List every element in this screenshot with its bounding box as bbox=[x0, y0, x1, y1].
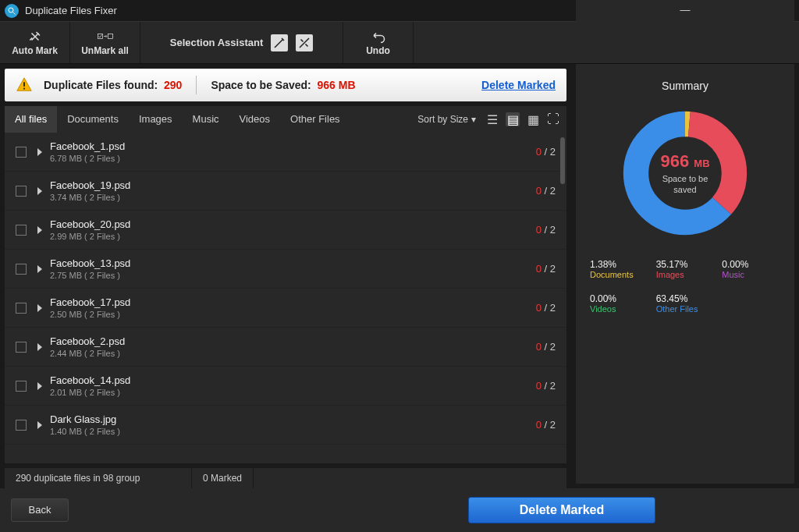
tab-all-files[interactable]: All files bbox=[5, 106, 57, 133]
file-name: Facebook_1.psd bbox=[50, 140, 536, 152]
legend-label: Music bbox=[722, 270, 780, 279]
file-row[interactable]: Facebook_19.psd3.74 MB ( 2 Files )0 / 2 bbox=[5, 172, 566, 211]
fullscreen-icon[interactable]: ⛶ bbox=[546, 112, 560, 126]
row-checkbox[interactable] bbox=[16, 186, 27, 197]
space-label: Space to be Saved: bbox=[211, 79, 311, 91]
file-row[interactable]: Facebook_14.psd2.01 MB ( 2 Files )0 / 2 bbox=[5, 367, 566, 406]
space-value: 966 MB bbox=[318, 79, 356, 91]
svg-rect-3 bbox=[108, 34, 112, 38]
expand-caret-icon[interactable] bbox=[37, 187, 42, 195]
file-name: Facebook_19.psd bbox=[50, 179, 536, 191]
expand-caret-icon[interactable] bbox=[37, 343, 42, 351]
file-count: 0 / 2 bbox=[536, 380, 556, 392]
found-count: 290 bbox=[164, 79, 182, 91]
legend-pct: 63.45% bbox=[656, 293, 715, 304]
legend-label: Other Files bbox=[656, 304, 715, 314]
found-label: Duplicate Files found: bbox=[44, 79, 158, 91]
back-button[interactable]: Back bbox=[11, 498, 69, 522]
file-row[interactable]: Facebook_1.psd6.78 MB ( 2 Files )0 / 2 bbox=[5, 133, 566, 172]
file-name: Facebook_13.psd bbox=[50, 257, 536, 269]
expand-caret-icon[interactable] bbox=[37, 421, 42, 429]
legend-pct: 0.00% bbox=[590, 293, 648, 304]
file-list[interactable]: Facebook_1.psd6.78 MB ( 2 Files )0 / 2Fa… bbox=[5, 133, 566, 463]
tab-music[interactable]: Music bbox=[183, 106, 229, 133]
view-details-icon[interactable]: ▤ bbox=[506, 112, 520, 126]
summary-title: Summary bbox=[590, 80, 780, 92]
expand-caret-icon[interactable] bbox=[37, 382, 42, 390]
unmark-all-button[interactable]: UnMark all bbox=[70, 22, 140, 63]
summary-legend: 1.38%Documents35.17%Images0.00%Music0.00… bbox=[590, 259, 780, 314]
file-meta: 2.75 MB ( 2 Files ) bbox=[50, 271, 536, 280]
bottom-bar: Back Delete Marked bbox=[0, 488, 799, 532]
file-meta: 2.44 MB ( 2 Files ) bbox=[50, 349, 536, 358]
expand-caret-icon[interactable] bbox=[37, 226, 42, 234]
legend-label: Documents bbox=[590, 270, 648, 279]
file-count: 0 / 2 bbox=[536, 146, 556, 158]
file-name: Facebook_20.psd bbox=[50, 218, 536, 230]
toolbar: Auto Mark UnMark all Selection Assistant… bbox=[0, 22, 799, 64]
file-row[interactable]: Facebook_13.psd2.75 MB ( 2 Files )0 / 2 bbox=[5, 250, 566, 289]
expand-caret-icon[interactable] bbox=[37, 304, 42, 312]
status-groups: 290 duplicate files in 98 group bbox=[5, 468, 192, 488]
tab-other-files[interactable]: Other Files bbox=[280, 106, 350, 133]
status-bar: 290 duplicate files in 98 group 0 Marked bbox=[5, 468, 566, 488]
file-count: 0 / 2 bbox=[536, 185, 556, 197]
file-meta: 1.40 MB ( 2 Files ) bbox=[50, 427, 536, 436]
filter-tabs: All filesDocumentsImagesMusicVideosOther… bbox=[5, 106, 566, 133]
file-row[interactable]: Facebook_20.psd2.99 MB ( 2 Files )0 / 2 bbox=[5, 211, 566, 250]
view-grid-icon[interactable]: ▦ bbox=[526, 112, 540, 126]
summary-donut-chart: 966 MB Space to besaved bbox=[615, 103, 755, 243]
donut-center-value: 966 MB bbox=[660, 151, 709, 172]
file-meta: 2.01 MB ( 2 Files ) bbox=[50, 388, 536, 397]
row-checkbox[interactable] bbox=[16, 225, 27, 236]
legend-item: 35.17%Images bbox=[656, 259, 715, 279]
file-row[interactable]: Facebook_2.psd2.44 MB ( 2 Files )0 / 2 bbox=[5, 328, 566, 367]
minimize-button[interactable]: — bbox=[679, 4, 691, 16]
legend-label: Videos bbox=[590, 304, 648, 314]
tab-images[interactable]: Images bbox=[129, 106, 183, 133]
auto-mark-button[interactable]: Auto Mark bbox=[0, 22, 70, 63]
file-count: 0 / 2 bbox=[536, 224, 556, 236]
svg-rect-5 bbox=[23, 88, 25, 90]
file-row[interactable]: Dark Glass.jpg1.40 MB ( 2 Files )0 / 2 bbox=[5, 406, 566, 445]
row-checkbox[interactable] bbox=[16, 381, 27, 392]
selection-assistant-button[interactable]: Selection Assistant bbox=[140, 22, 343, 63]
svg-point-0 bbox=[9, 8, 13, 12]
summary-panel: Summary 966 MB Space to besaved 1.38%Doc… bbox=[576, 69, 794, 484]
legend-pct: 1.38% bbox=[590, 259, 648, 270]
svg-line-1 bbox=[13, 12, 16, 14]
row-checkbox[interactable] bbox=[16, 303, 27, 314]
sort-dropdown[interactable]: Sort by Size ▾ bbox=[417, 114, 476, 125]
scrollbar-thumb[interactable] bbox=[560, 137, 565, 184]
tools-icon bbox=[296, 34, 313, 51]
chevron-down-icon: ▾ bbox=[471, 114, 476, 125]
file-meta: 2.99 MB ( 2 Files ) bbox=[50, 232, 536, 241]
expand-caret-icon[interactable] bbox=[37, 265, 42, 273]
status-marked: 0 Marked bbox=[192, 468, 254, 488]
file-meta: 2.50 MB ( 2 Files ) bbox=[50, 310, 536, 319]
file-meta: 6.78 MB ( 2 Files ) bbox=[50, 154, 536, 163]
info-bar: Duplicate Files found: 290 Space to be S… bbox=[5, 69, 566, 101]
file-count: 0 / 2 bbox=[536, 263, 556, 275]
tab-videos[interactable]: Videos bbox=[229, 106, 281, 133]
file-meta: 3.74 MB ( 2 Files ) bbox=[50, 193, 536, 202]
legend-item: 0.00%Music bbox=[722, 259, 780, 279]
wand-icon bbox=[271, 34, 288, 51]
row-checkbox[interactable] bbox=[16, 420, 27, 431]
expand-caret-icon[interactable] bbox=[37, 148, 42, 156]
tab-documents[interactable]: Documents bbox=[57, 106, 129, 133]
file-row[interactable]: Facebook_17.psd2.50 MB ( 2 Files )0 / 2 bbox=[5, 289, 566, 328]
delete-marked-button[interactable]: Delete Marked bbox=[468, 497, 655, 523]
row-checkbox[interactable] bbox=[16, 342, 27, 353]
app-logo-icon bbox=[5, 4, 19, 18]
file-name: Facebook_14.psd bbox=[50, 374, 536, 386]
view-list-icon[interactable]: ☰ bbox=[485, 112, 499, 126]
file-count: 0 / 2 bbox=[536, 341, 556, 353]
row-checkbox[interactable] bbox=[16, 264, 27, 275]
file-count: 0 / 2 bbox=[536, 302, 556, 314]
row-checkbox[interactable] bbox=[16, 147, 27, 158]
delete-marked-link[interactable]: Delete Marked bbox=[481, 79, 556, 91]
legend-pct: 35.17% bbox=[656, 259, 715, 270]
undo-button[interactable]: Undo bbox=[343, 22, 414, 63]
svg-rect-4 bbox=[23, 82, 25, 87]
